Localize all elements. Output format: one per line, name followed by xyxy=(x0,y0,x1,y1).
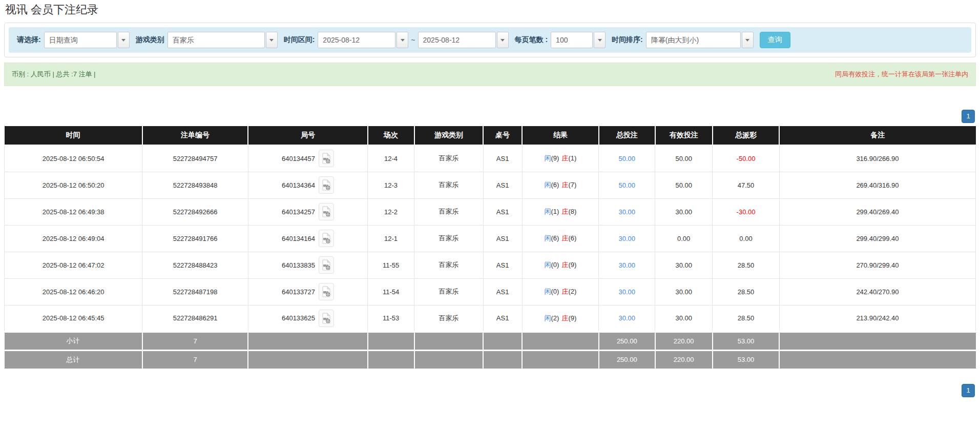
bet-no-cell: 522728488423 xyxy=(142,252,248,278)
bet-no-cell: 522728491766 xyxy=(142,225,248,252)
banker-score: (6) xyxy=(568,234,576,242)
date-from-combobox[interactable]: 2025-08-12 xyxy=(318,32,408,48)
video-replay-button[interactable] xyxy=(319,283,334,300)
player-score: (0) xyxy=(551,261,559,269)
column-header-session: 场次 xyxy=(368,126,414,145)
total-bet-link[interactable]: 30.00 xyxy=(619,235,636,242)
total-bet-link[interactable]: 30.00 xyxy=(619,261,636,269)
round-no-value: 640134457 xyxy=(282,155,315,162)
bet-no-cell: 522728493848 xyxy=(142,172,248,198)
banker-score: (7) xyxy=(568,181,576,189)
total-bet-link[interactable]: 30.00 xyxy=(619,288,636,296)
video-replay-button[interactable] xyxy=(319,256,334,274)
banker-result: 庄 xyxy=(561,154,568,162)
game-type-combobox[interactable]: 百家乐 xyxy=(168,32,278,48)
result-cell: 闲(6)庄(6) xyxy=(522,225,599,252)
banker-score: (9) xyxy=(568,261,576,269)
video-file-icon xyxy=(321,313,331,324)
select-type-value[interactable]: 日期查询 xyxy=(44,32,117,48)
game-type-dropdown-button[interactable] xyxy=(266,32,278,48)
video-replay-button[interactable] xyxy=(319,230,334,247)
remark-cell: 270.90/299.40 xyxy=(779,252,975,278)
date-to-dropdown-button[interactable] xyxy=(497,32,509,48)
notice-text: 同局有效投注，统一计算在该局第一张注单内 xyxy=(835,70,968,79)
payout-value: 0.00 xyxy=(739,235,752,242)
remark-cell: 316.90/266.90 xyxy=(779,145,975,172)
game-type-label: 游戏类别 xyxy=(136,35,164,45)
result-cell: 闲(1)庄(8) xyxy=(522,198,599,225)
video-replay-button[interactable] xyxy=(319,176,334,194)
time-sort-dropdown-button[interactable] xyxy=(742,32,754,48)
video-replay-button[interactable] xyxy=(319,150,334,167)
round-no-cell: 640134457 xyxy=(248,145,367,172)
per-page-dropdown-button[interactable] xyxy=(594,32,606,48)
total-bet-link[interactable]: 50.00 xyxy=(619,181,636,189)
player-result: 闲 xyxy=(545,181,551,189)
payout-cell: 28.50 xyxy=(713,278,780,305)
summary-bar: 币别 : 人民币 | 总共 :7 注单 | 同局有效投注，统一计算在该局第一张注… xyxy=(4,63,976,86)
select-type-label: 请选择: xyxy=(17,35,41,45)
remark-cell: 213.90/242.40 xyxy=(779,305,975,332)
column-header-bet-no: 注单编号 xyxy=(142,126,248,145)
payout-value: -50.00 xyxy=(737,155,756,162)
table-body: 2025-08-12 06:50:54 522728494757 6401344… xyxy=(5,145,976,332)
total-bet-cell: 30.00 xyxy=(599,225,655,252)
round-no-value: 640134364 xyxy=(282,181,315,189)
banker-score: (8) xyxy=(568,208,576,215)
table-no-cell: AS1 xyxy=(483,252,522,278)
query-button[interactable]: 查询 xyxy=(760,32,790,48)
session-cell: 12-1 xyxy=(368,225,414,252)
game-cell: 百家乐 xyxy=(414,278,484,305)
subtotal-row: 小计 7 250.00 220.00 53.00 xyxy=(5,332,976,350)
per-page-label: 每页笔数 : xyxy=(515,35,548,45)
subtotal-total-bet: 250.00 xyxy=(599,332,655,350)
range-separator: ~ xyxy=(411,36,415,44)
subtotal-valid-bet: 220.00 xyxy=(655,332,713,350)
total-row: 总计 7 250.00 220.00 53.00 xyxy=(5,350,976,369)
total-bet-link[interactable]: 50.00 xyxy=(619,155,636,162)
total-bet-link[interactable]: 30.00 xyxy=(619,208,636,216)
date-to-combobox[interactable]: 2025-08-12 xyxy=(418,32,509,48)
game-type-value[interactable]: 百家乐 xyxy=(168,32,265,48)
payout-cell: 0.00 xyxy=(713,225,780,252)
select-type-dropdown-button[interactable] xyxy=(118,32,130,48)
pagination-bottom: 1 xyxy=(5,384,975,397)
result-cell: 闲(0)庄(2) xyxy=(522,278,599,305)
date-from-value[interactable]: 2025-08-12 xyxy=(318,32,395,48)
valid-bet-cell: 30.00 xyxy=(655,252,713,278)
table-row: 2025-08-12 06:50:20 522728493848 6401343… xyxy=(5,172,976,198)
select-type-combobox[interactable]: 日期查询 xyxy=(44,32,130,48)
total-bet-cell: 30.00 xyxy=(599,198,655,225)
round-no-value: 640133835 xyxy=(282,261,315,269)
game-cell: 百家乐 xyxy=(414,252,484,278)
date-from-dropdown-button[interactable] xyxy=(397,32,408,48)
date-to-value[interactable]: 2025-08-12 xyxy=(418,32,496,48)
per-page-combobox[interactable]: 100 xyxy=(551,32,606,48)
result-cell: 闲(2)庄(9) xyxy=(522,305,599,332)
time-sort-combobox[interactable]: 降幂(由大到小) xyxy=(646,32,754,48)
bet-no-cell: 522728492666 xyxy=(142,198,248,225)
total-bet-link[interactable]: 30.00 xyxy=(619,314,636,322)
video-replay-button[interactable] xyxy=(319,203,334,220)
game-cell: 百家乐 xyxy=(414,172,484,198)
round-no-cell: 640134164 xyxy=(248,225,367,252)
payout-value: -30.00 xyxy=(737,208,756,216)
table-header-row: 时间 注单编号 局号 场次 游戏类别 桌号 结果 总投注 有效投注 总派彩 备注 xyxy=(5,126,976,145)
video-replay-button[interactable] xyxy=(319,310,334,327)
page-1-button[interactable]: 1 xyxy=(962,110,975,123)
valid-bet-cell: 30.00 xyxy=(655,278,713,305)
chevron-down-icon xyxy=(745,39,749,42)
round-no-cell: 640134364 xyxy=(248,172,367,198)
time-cell: 2025-08-12 06:49:04 xyxy=(5,225,142,252)
valid-bet-cell: 0.00 xyxy=(655,225,713,252)
page-1-button[interactable]: 1 xyxy=(962,384,975,397)
bets-table: 时间 注单编号 局号 场次 游戏类别 桌号 结果 总投注 有效投注 总派彩 备注… xyxy=(4,126,976,369)
banker-result: 庄 xyxy=(561,181,568,189)
round-no-value: 640134257 xyxy=(282,208,315,216)
per-page-value[interactable]: 100 xyxy=(551,32,593,48)
result-cell: 闲(6)庄(7) xyxy=(522,172,599,198)
subtotal-payout: 53.00 xyxy=(713,332,780,350)
chevron-down-icon xyxy=(121,39,126,42)
page-title: 视讯 会员下注纪录 xyxy=(5,2,980,17)
time-sort-value[interactable]: 降幂(由大到小) xyxy=(646,32,741,48)
